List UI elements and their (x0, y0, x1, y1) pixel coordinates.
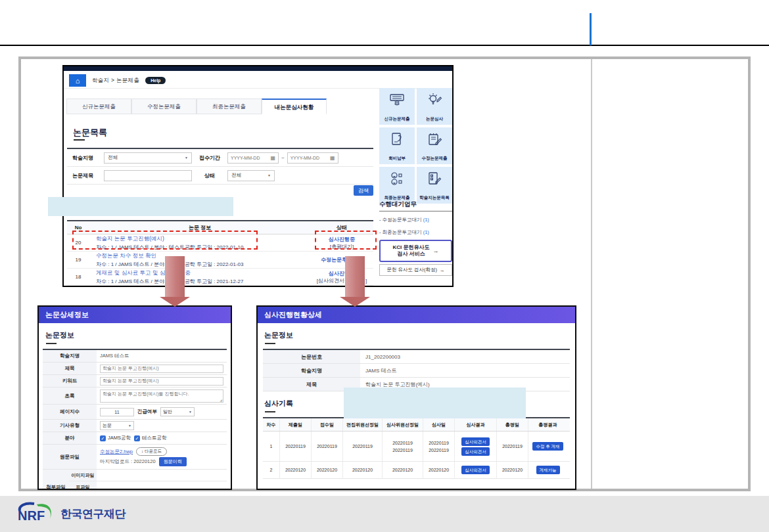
tab-new-submission[interactable]: 신규논문제출 (66, 99, 131, 114)
pending-item-revised[interactable]: - 수정논문투고대기 (1) (379, 217, 429, 223)
summary-result-button[interactable]: 수정 후 게재 (532, 442, 563, 451)
similarity-check-button[interactable]: 문헌 유사도 검사(확정) → (379, 264, 452, 276)
kci-similarity-button[interactable]: KCI 문헌유사도 검사 서비스 → (379, 240, 452, 262)
col-submit-date: 제출일 (280, 418, 312, 431)
memo-pencil-icon (427, 131, 442, 147)
abstract-label: 초록 (43, 388, 97, 404)
paper-title-label: 논문제목 (67, 172, 104, 179)
reviewer-date: 20220119 (392, 447, 413, 453)
date-from-input[interactable] (231, 156, 268, 160)
pages-input[interactable] (100, 408, 134, 416)
journal-value: JAMS 테스트 (100, 353, 129, 359)
red-dashed-box-status (315, 231, 377, 250)
calendar-icon[interactable]: ▦ (270, 155, 275, 161)
browser-top-bar (64, 66, 452, 71)
keyword-input[interactable] (100, 377, 223, 386)
panel-title: 논문상세정보 (39, 307, 231, 323)
receipt-date: 20220120 (312, 462, 343, 478)
keyword-label: 키워드 (43, 375, 97, 387)
paper-detail-panel: 논문상세정보 논문정보 학술지명 JAMS 테스트 제목 키워드 초록 학술지 … (37, 305, 232, 490)
pending-item-final[interactable]: - 최종논문투고대기 (1) (379, 229, 429, 236)
review-opinion-button[interactable]: 심사의견서 (461, 437, 490, 446)
summary-date: 20220120 (497, 462, 528, 478)
date-from-field[interactable]: ▦ (227, 152, 279, 164)
round-value: 1 (263, 432, 280, 461)
date-to-input[interactable] (291, 156, 327, 160)
section-title: 논문정보 (264, 330, 575, 340)
search-button[interactable]: 검색 (354, 185, 373, 196)
table-row: 18 게재료 및 심사료 투고 및 심사 진행 중 차수 : 1 / JAMS … (67, 269, 373, 286)
urgent-select[interactable]: 일반 ▼ (160, 407, 195, 416)
quickmenu-paper-review[interactable]: 논문심사 (417, 88, 452, 125)
journal-select-value: 전체 (108, 154, 118, 161)
title-input[interactable] (100, 365, 223, 373)
summary-result-button[interactable]: 게재가능 (536, 466, 560, 474)
kci-line2: 검사 서비스 (393, 251, 430, 257)
resize-handle-icon[interactable]: ◢ (220, 398, 222, 402)
record-row: 1 20220119 20220119 20220119 20220119 20… (263, 432, 570, 462)
journal-select[interactable]: 전체 ▼ (104, 152, 192, 164)
quickmenu-label: 논문심사 (417, 116, 452, 122)
nrf-logo: NRF 한국연구재단 (14, 500, 126, 527)
date-to-field[interactable]: ▦ (287, 152, 338, 164)
review-opinion-button[interactable]: 심사의견서 (461, 447, 490, 456)
abstract-textarea[interactable]: 학술지 논문 투고진행(예시)을 진행합니다. ◢ (100, 389, 223, 403)
field-checkbox-jams[interactable]: ✓ JAMS공학 (100, 435, 131, 441)
search-form: 학술지명 전체 ▼ 접수기간 ▦ ~ ▦ (67, 148, 373, 185)
calendar-icon[interactable]: ▦ (330, 155, 335, 161)
manuscript-file-link[interactable]: 수정논문2.hwp (100, 449, 133, 455)
date-range-tilde: ~ (281, 155, 285, 161)
pending-tasks-rule (379, 211, 452, 211)
article-type-label: 기사유형 (43, 420, 97, 432)
submit-date: 20220120 (280, 462, 312, 478)
journal-name-label: 학술지명 (67, 154, 104, 162)
page: ⌂ 학술지 > 논문제출 Help 신규논문제출 수정논문제출 최종논문제출 내… (0, 0, 769, 532)
breadcrumb: 학술지 > 논문제출 (92, 77, 139, 85)
home-button[interactable]: ⌂ (69, 74, 86, 87)
highlight-note-box (344, 388, 526, 418)
tab-final-submission[interactable]: 최종논문제출 (197, 99, 262, 114)
quickmenu-final-submission[interactable]: 최종논문제출 (379, 167, 415, 204)
jams-screenshot: ⌂ 학술지 > 논문제출 Help 신규논문제출 수정논문제출 최종논문제출 내… (62, 65, 454, 287)
paper-link[interactable]: 수정논문 차수 정보 확인 (96, 252, 310, 260)
round-value: 2 (263, 462, 280, 478)
quickmenu-revised-submission[interactable]: 수정논문제출 (417, 127, 452, 164)
article-type-select[interactable]: 논문 ▼ (100, 421, 134, 430)
status-select[interactable]: 전체 ▼ (227, 170, 275, 181)
urgent-label: 긴급여부 (137, 409, 157, 415)
receipt-date: 20220119 (312, 432, 343, 461)
pending-item-label: 최종논문투고대기 (383, 229, 422, 235)
emoticon-check-icon (389, 171, 405, 187)
manuscript-history-button[interactable]: 원문이력 (159, 457, 187, 466)
last-upload-text: 마지막업로드 : 20220120 (100, 458, 156, 465)
review-record-table: 차수 제출일 접수일 편집위원선정일 심사위원선정일 심사일 심사결과 총평일 … (263, 417, 570, 479)
highlight-note-box (48, 197, 233, 216)
download-button[interactable]: ↓ 다운로드 (136, 447, 167, 456)
bullet: - (379, 229, 381, 235)
chevron-down-icon: ▼ (185, 156, 188, 160)
attachment-table-label: 표파일 (69, 481, 97, 490)
field-checkbox-test[interactable]: ✓ 테스트공학 (134, 435, 167, 441)
paper-list-title: 논문목록 (73, 127, 107, 139)
paper-meta: 차수 : 1 / JAMS 테스트 / 분야 : 테스트공학 투고일 : 202… (96, 278, 310, 285)
table-row: 19 수정논문 차수 정보 확인 차수 : 1 / JAMS 테스트 / 분야 … (67, 252, 373, 269)
quickmenu-journal-paper-list[interactable]: 학술지논문목록 (417, 167, 452, 204)
row-no: 18 (67, 274, 89, 280)
arrow-right-icon: → (433, 248, 439, 254)
review-date: 20220119 (429, 440, 449, 446)
abstract-value: 학술지 논문 투고진행(예시)을 진행합니다. (103, 391, 189, 396)
pending-item-count: (1) (423, 229, 429, 235)
quickmenu-fee-payment[interactable]: 회비납부 (379, 127, 415, 164)
review-opinion-button[interactable]: 심사의견서 (461, 466, 490, 474)
help-badge[interactable]: Help (145, 77, 166, 84)
pending-item-label: 수정논문투고대기 (383, 217, 422, 223)
paper-title-input[interactable] (104, 170, 192, 181)
paper-link[interactable]: 게재료 및 심사료 투고 및 심사 진행 중 (96, 269, 310, 277)
field-option-label: 테스트공학 (142, 435, 167, 441)
chevron-down-icon: ▼ (268, 173, 271, 177)
paper-number-value: J1_202200003 (360, 350, 570, 363)
arrow-right-icon: → (440, 267, 445, 273)
tab-revised-submission[interactable]: 수정논문제출 (131, 99, 197, 114)
quickmenu-new-submission[interactable]: 신규논문제출 (379, 88, 415, 125)
tab-my-review-status[interactable]: 내논문심사현황 (262, 99, 327, 114)
